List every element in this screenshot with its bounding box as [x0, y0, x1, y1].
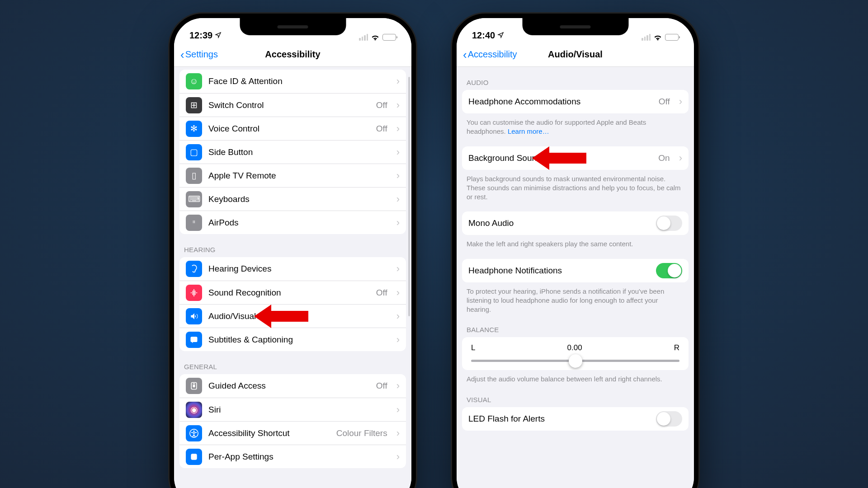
row-background-sounds[interactable]: Background Sounds On ›: [462, 146, 689, 170]
row-label: Siri: [208, 405, 387, 415]
row-apple-tv-remote[interactable]: ▯ Apple TV Remote ›: [179, 164, 406, 187]
audio-visual-icon: [186, 308, 202, 324]
back-button[interactable]: ‹ Accessibility: [463, 49, 517, 61]
balance-right-label: R: [674, 343, 679, 352]
row-sound-recognition[interactable]: Sound Recognition Off ›: [179, 281, 406, 304]
row-value: Colour Filters: [336, 428, 387, 438]
row-value: Off: [376, 381, 387, 391]
row-label: Subtitles & Captioning: [208, 335, 387, 345]
row-siri[interactable]: ◉ Siri ›: [179, 398, 406, 421]
chevron-right-icon: ›: [396, 380, 400, 392]
toggle-headphone-notifications[interactable]: [656, 263, 682, 278]
nav-bar: ‹ Accessibility Audio/Visual: [457, 42, 694, 67]
chevron-right-icon: ›: [396, 451, 400, 463]
slider-track[interactable]: [471, 360, 679, 362]
wifi-icon: [653, 34, 662, 41]
row-label: Sound Recognition: [208, 288, 370, 298]
row-value: Off: [376, 124, 387, 134]
toggle-led-flash[interactable]: [656, 411, 682, 427]
notch: [240, 18, 346, 35]
row-label: Background Sounds: [468, 153, 652, 163]
signal-icon: [359, 34, 368, 41]
balance-slider[interactable]: L 0.00 R: [462, 337, 689, 370]
chevron-right-icon: ›: [396, 287, 400, 299]
row-accessibility-shortcut[interactable]: Accessibility Shortcut Colour Filters ›: [179, 421, 406, 445]
group-audio-2: Background Sounds On ›: [462, 146, 689, 170]
row-keyboards[interactable]: ⌨ Keyboards ›: [179, 187, 406, 211]
battery-icon: [665, 34, 679, 41]
section-balance: BALANCE: [457, 314, 694, 337]
row-airpods[interactable]: ᑊᑊ AirPods ›: [179, 211, 406, 234]
learn-more-link[interactable]: Learn more…: [508, 127, 549, 135]
group-hearing: Hearing Devices › Sound Recognition Off …: [179, 257, 406, 351]
row-label: Face ID & Attention: [208, 76, 387, 86]
apple-tv-remote-icon: ▯: [186, 168, 202, 184]
switch-control-icon: ⊞: [186, 97, 202, 113]
settings-list[interactable]: ☺ Face ID & Attention › ⊞ Switch Control…: [174, 67, 411, 488]
row-subtitles[interactable]: Subtitles & Captioning ›: [179, 328, 406, 351]
row-voice-control[interactable]: ✻ Voice Control Off ›: [179, 117, 406, 140]
chevron-right-icon: ›: [396, 404, 400, 416]
row-value: Off: [376, 288, 387, 298]
side-button-icon: ▢: [186, 144, 202, 160]
row-audio-visual[interactable]: Audio/Visual ›: [179, 304, 406, 328]
back-label: Settings: [185, 49, 218, 60]
back-button[interactable]: ‹ Settings: [180, 49, 218, 61]
chevron-right-icon: ›: [679, 152, 682, 164]
row-hearing-devices[interactable]: Hearing Devices ›: [179, 257, 406, 281]
row-face-id[interactable]: ☺ Face ID & Attention ›: [179, 70, 406, 93]
audio-visual-list[interactable]: AUDIO Headphone Accommodations Off › You…: [457, 67, 694, 488]
section-audio: AUDIO: [457, 67, 694, 90]
svg-rect-5: [191, 454, 197, 460]
row-label: Per-App Settings: [208, 452, 387, 462]
svg-rect-0: [191, 337, 198, 342]
row-headphone-notifications[interactable]: Headphone Notifications: [462, 259, 689, 282]
location-icon: [497, 30, 504, 41]
group-audio-3: Mono Audio: [462, 211, 689, 235]
chevron-left-icon: ‹: [463, 49, 467, 61]
row-label: Audio/Visual: [208, 311, 387, 321]
subtitles-icon: [186, 332, 202, 348]
chevron-right-icon: ›: [396, 310, 400, 322]
toggle-mono-audio[interactable]: [656, 216, 682, 231]
chevron-right-icon: ›: [679, 96, 682, 108]
row-per-app-settings[interactable]: Per-App Settings ›: [179, 445, 406, 468]
chevron-right-icon: ›: [396, 193, 400, 205]
chevron-right-icon: ›: [396, 75, 400, 87]
row-side-button[interactable]: ▢ Side Button ›: [179, 140, 406, 164]
group-audio-4: Headphone Notifications: [462, 259, 689, 282]
group-audio-1: Headphone Accommodations Off ›: [462, 90, 689, 113]
footnote-background-sounds: Plays background sounds to mask unwanted…: [457, 170, 694, 202]
row-headphone-accommodations[interactable]: Headphone Accommodations Off ›: [462, 90, 689, 113]
group-balance: L 0.00 R: [462, 337, 689, 370]
row-guided-access[interactable]: Guided Access Off ›: [179, 374, 406, 398]
signal-icon: [642, 34, 651, 41]
svg-rect-2: [193, 385, 195, 388]
section-visual: VISUAL: [457, 384, 694, 407]
face-id-icon: ☺: [186, 73, 202, 89]
location-icon: [215, 30, 222, 41]
row-switch-control[interactable]: ⊞ Switch Control Off ›: [179, 93, 406, 117]
group-touch: ☺ Face ID & Attention › ⊞ Switch Control…: [179, 70, 406, 234]
device-right: 12:40 ‹ Accessibility Audio/Visual AUDIO…: [452, 14, 698, 488]
wifi-icon: [371, 34, 380, 41]
status-time: 12:39: [189, 30, 212, 41]
chevron-right-icon: ›: [396, 217, 400, 229]
chevron-right-icon: ›: [396, 146, 400, 158]
siri-icon: ◉: [186, 402, 202, 418]
chevron-right-icon: ›: [396, 170, 400, 182]
row-label: Switch Control: [208, 100, 370, 110]
row-mono-audio[interactable]: Mono Audio: [462, 211, 689, 235]
row-label: LED Flash for Alerts: [468, 414, 650, 424]
battery-icon: [382, 34, 396, 41]
chevron-right-icon: ›: [396, 123, 400, 135]
row-value: Off: [376, 100, 387, 110]
footnote-mono: Make the left and right speakers play th…: [457, 235, 694, 249]
row-label: Apple TV Remote: [208, 171, 387, 181]
slider-thumb[interactable]: [569, 354, 582, 368]
scrollbar[interactable]: [408, 77, 410, 316]
svg-point-4: [193, 430, 194, 432]
footnote-hp-notif: To protect your hearing, iPhone sends a …: [457, 282, 694, 314]
row-label: Mono Audio: [468, 218, 650, 228]
row-led-flash[interactable]: LED Flash for Alerts: [462, 407, 689, 431]
